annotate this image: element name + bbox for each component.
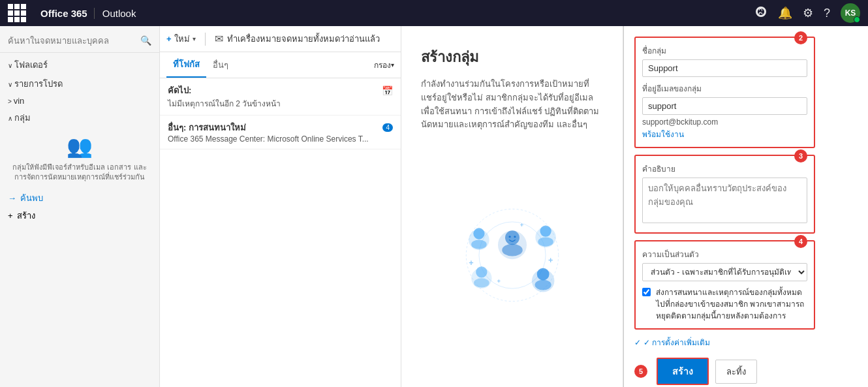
svg-point-4: [502, 243, 522, 256]
advanced-settings-label: ✓ การตั้งค่าเพิ่มเติม: [643, 336, 710, 348]
group-email-label: ที่อยู่อีเมลของกลุ่ม: [642, 82, 807, 95]
step-5-badge: 5: [634, 365, 647, 378]
email-list: คัดไป: 📅 ไม่มีเหตุการณ์ในอีก 2 วันข้างหน…: [160, 78, 401, 387]
advanced-settings-link[interactable]: ✓ ✓ การตั้งค่าเพิ่มเติม: [634, 336, 815, 348]
sidebar-divider: [0, 52, 159, 53]
sort-chevron-icon[interactable]: ▾: [391, 61, 394, 69]
sidebar-item-find[interactable]: → ค้นพบ: [0, 189, 159, 207]
email-sender: คัดไป:: [168, 84, 191, 97]
form-panel: 2 ชื่อกลุ่ม ที่อยู่อีเมลของกลุ่ม support…: [623, 26, 826, 387]
top-navigation: Office 365 Outlook 🔔 ⚙ ? KS: [0, 0, 868, 26]
bell-icon[interactable]: 🔔: [778, 6, 792, 20]
help-icon[interactable]: ?: [824, 7, 830, 20]
step-4-badge: 4: [794, 235, 807, 248]
subscribe-checkbox[interactable]: [642, 288, 651, 296]
svg-text:+: +: [519, 221, 523, 228]
cancel-button[interactable]: ละทิ้ง: [715, 360, 757, 384]
group-email-input[interactable]: [642, 97, 807, 115]
sidebar-search: 🔍: [0, 31, 159, 50]
group-illustration-image: + + + +: [421, 142, 603, 367]
svg-point-14: [476, 266, 487, 277]
mail-icon: ✉: [215, 33, 223, 45]
new-button-label: ใหม่: [174, 32, 190, 46]
svg-point-17: [536, 268, 549, 280]
group-illustration: 👥 กลุ่มให้ฟังมีฟีเจอร์สำหรับอีเมล เอกสาร…: [0, 127, 159, 189]
description-textarea[interactable]: [642, 178, 807, 223]
create-button[interactable]: สร้าง: [657, 358, 709, 385]
sidebar-item-group[interactable]: กลุ่ม: [0, 108, 159, 127]
svg-point-11: [540, 225, 551, 236]
sidebar-item-create[interactable]: + สร้าง: [0, 207, 159, 224]
sidebar-item-vin[interactable]: vin: [0, 93, 159, 108]
subscribe-label: ส่งการสนทนาและเหตุการณ์ของกลุ่มทั้งหมดไป…: [656, 286, 807, 322]
step-3-badge: 3: [794, 149, 807, 163]
svg-point-12: [538, 237, 553, 246]
svg-text:+: +: [469, 258, 473, 267]
new-dropdown-arrow-icon[interactable]: ▾: [193, 35, 196, 42]
email-toolbar: + ใหม่ ▾ ✉ ทำเครื่องหมายจดหมายทั้งหมดว่า…: [160, 26, 401, 52]
description-label: คำอธิบาย: [642, 163, 807, 175]
new-button[interactable]: + ใหม่ ▾: [166, 32, 196, 46]
list-item[interactable]: คัดไป: 📅 ไม่มีเหตุการณ์ในอีก 2 วันข้างหน…: [160, 78, 401, 116]
outlook-label: Outlook: [102, 8, 136, 19]
svg-point-15: [474, 278, 489, 287]
step-2-badge: 2: [794, 31, 807, 44]
description-section: 3 คำอธิบาย: [634, 155, 815, 234]
create-group-description: กำลังทำงานร่วมกันในโครงการหรือเป้าหมายที…: [421, 78, 603, 132]
nav-icons: 🔔 ⚙ ? KS: [754, 3, 860, 23]
mark-read-button[interactable]: ✉ ทำเครื่องหมายจดหมายทั้งหมดว่าอ่านแล้ว: [215, 32, 380, 46]
list-item[interactable]: อื่นๆ: การสนทนาใหม่ 4 Office 365 Message…: [160, 116, 401, 149]
email-badge: 4: [382, 123, 393, 132]
create-group-panel: สร้างกลุ่ม กำลังทำงานร่วมกันในโครงการหรื…: [401, 26, 623, 387]
illustration-svg: + + + +: [441, 196, 584, 314]
checkbox-row: ส่งการสนทนาและเหตุการณ์ของกลุ่มทั้งหมดไป…: [642, 286, 807, 322]
sidebar-item-folders[interactable]: โฟลเดอร์: [0, 55, 159, 74]
search-input[interactable]: [8, 36, 136, 46]
toolbar-divider: [205, 33, 206, 46]
svg-text:+: +: [497, 277, 501, 285]
svg-point-8: [473, 228, 484, 239]
svg-point-5: [508, 236, 510, 238]
ready-text: พร้อมใช้งาน: [642, 128, 807, 140]
chevron-down-icon: ✓: [634, 338, 641, 347]
svg-point-3: [505, 230, 519, 245]
form-actions: 5 สร้าง ละทิ้ง: [634, 358, 815, 385]
sidebar-item-favorites[interactable]: รายการโปรด: [0, 74, 159, 93]
gear-icon[interactable]: ⚙: [803, 6, 813, 20]
email-panel: + ใหม่ ▾ ✉ ทำเครื่องหมายจดหมายทั้งหมดว่า…: [160, 26, 401, 387]
sidebar: 🔍 โฟลเดอร์ รายการโปรด vin กลุ่ม 👥 กลุ่มใ…: [0, 26, 160, 387]
arrow-right-icon: →: [8, 193, 16, 203]
svg-point-6: [514, 236, 516, 238]
svg-text:+: +: [548, 255, 553, 264]
group-name-input[interactable]: [642, 59, 807, 77]
calendar-icon: 📅: [382, 85, 393, 96]
tab-other[interactable]: อื่นๆ: [206, 53, 235, 77]
email-subject: Office 365 Message Center: Microsoft Onl…: [168, 134, 393, 144]
skype-icon[interactable]: [754, 5, 767, 22]
main-layout: 🔍 โฟลเดอร์ รายการโปรด vin กลุ่ม 👥 กลุ่มใ…: [0, 26, 868, 387]
group-name-section: 2 ชื่อกลุ่ม ที่อยู่อีเมลของกลุ่ม support…: [634, 37, 815, 148]
privacy-label: ความเป็นส่วนตัว: [642, 248, 807, 260]
email-subject: ไม่มีเหตุการณ์ในอีก 2 วันข้างหน้า: [168, 97, 393, 110]
email-sender: อื่นๆ: การสนทนาใหม่: [168, 121, 246, 134]
mark-read-label: ทำเครื่องหมายจดหมายทั้งหมดว่าอ่านแล้ว: [227, 32, 380, 46]
email-tabs: ที่โฟกัส อื่นๆ กรอง ▾: [160, 52, 401, 78]
email-preview: support@bckitup.com: [642, 117, 807, 127]
app-title[interactable]: Office 365: [34, 8, 95, 19]
group-people-icon: 👥: [67, 134, 93, 159]
privacy-select[interactable]: ส่วนตัว - เฉพาะสมาชิกที่ได้รับการอนุมัติ…: [642, 263, 807, 281]
svg-point-9: [471, 240, 487, 249]
new-plus-icon: +: [166, 34, 172, 44]
plus-icon: +: [8, 211, 13, 221]
tab-focused[interactable]: ที่โฟกัส: [166, 52, 206, 78]
group-name-label: ชื่อกลุ่ม: [642, 44, 807, 57]
avatar[interactable]: KS: [841, 3, 860, 23]
tab-sort[interactable]: กรอง: [374, 59, 391, 71]
privacy-section: 4 ความเป็นส่วนตัว ส่วนตัว - เฉพาะสมาชิกท…: [634, 240, 815, 330]
waffle-menu-icon[interactable]: [8, 4, 26, 22]
search-icon: 🔍: [140, 35, 151, 46]
svg-point-18: [535, 279, 551, 290]
create-group-title: สร้างกลุ่ม: [421, 46, 603, 69]
group-description: กลุ่มให้ฟังมีฟีเจอร์สำหรับอีเมล เอกสาร แ…: [8, 163, 151, 183]
